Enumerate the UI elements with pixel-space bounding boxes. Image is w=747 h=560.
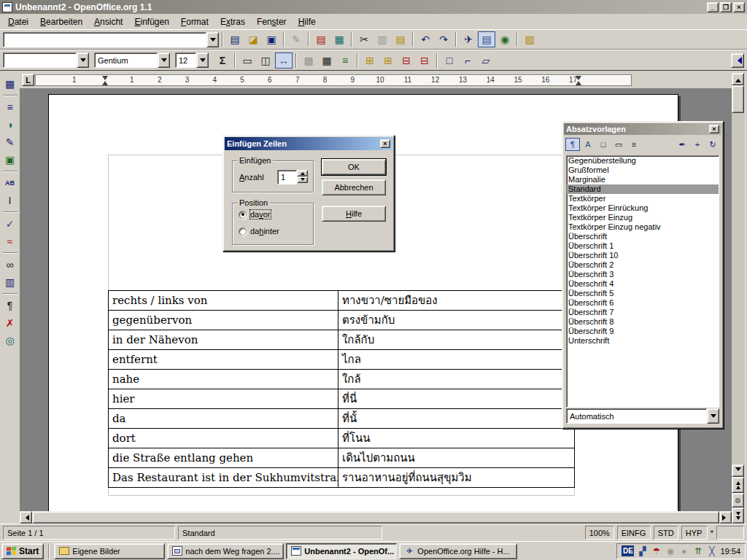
stylist-close-button[interactable]: × [709,125,719,133]
scanner-icon[interactable]: ╳ [706,545,717,556]
table-cell-german[interactable]: entfernt [109,350,338,370]
radio-davor-label[interactable]: davor [250,210,271,219]
undo-icon[interactable]: ↶ [417,31,434,47]
status-hyperlink-mode[interactable]: HYP [681,526,708,540]
cut-icon[interactable]: ✂ [355,31,373,47]
hyperlink-icon[interactable]: ◉ [496,31,514,47]
merge-cells-icon[interactable]: ▭ [239,52,256,69]
navigation-button[interactable] [732,493,744,508]
style-list-item[interactable]: Unterschrift [567,336,719,346]
horizontal-scroll-thumb[interactable] [32,511,719,524]
insert-row-icon[interactable]: ⊞ [361,52,379,69]
table-cell-thai[interactable]: ทางขวา/ซายมือของ [338,291,575,311]
style-list-item[interactable]: Gegenüberstellung [567,156,719,166]
menu-item[interactable]: Bearbeiten [34,15,88,29]
vertical-scroll-track[interactable] [732,113,744,464]
menu-item[interactable]: Hilfe [293,15,322,29]
menu-item[interactable]: Datei [2,15,34,29]
radio-davor-circle[interactable] [239,211,247,219]
style-list-item[interactable]: Textkörper Einzug [567,213,719,222]
data-sources-icon[interactable]: ▥ [1,274,19,290]
paragraph-styles-icon[interactable]: ¶ [565,138,580,151]
style-list-item[interactable]: Überschrift 8 [567,317,719,327]
copy-icon[interactable]: ▥ [374,31,391,47]
table-cell-german[interactable]: Das Restaurant ist in der Sukhumvitstraß… [109,468,338,488]
page-styles-icon[interactable]: ▭ [611,138,626,151]
status-insert-mode[interactable]: EINFG [617,526,651,540]
borders-icon[interactable]: ▦ [318,52,336,69]
menu-item[interactable]: Extras [214,15,251,29]
table-cell-thai[interactable]: ใกล้กับ [338,330,575,350]
style-list-item[interactable]: Überschrift 9 [567,327,719,336]
url-combobox[interactable] [3,32,219,47]
scroll-up-button[interactable] [732,73,744,85]
style-filter-dropdown-button[interactable] [707,408,719,424]
table-cell-thai[interactable]: ที่นี่ [338,389,575,409]
font-name-combobox[interactable]: Gentium [94,52,170,68]
vertical-scrollbar[interactable] [732,73,744,524]
minimize-button[interactable]: _ [707,2,719,12]
quickstarter-icon[interactable]: ▞ [637,545,648,556]
cancel-button[interactable]: Abbrechen [322,179,386,195]
vertical-scroll-thumb[interactable] [732,85,744,113]
font-dropdown-button[interactable] [158,52,170,68]
sum-icon[interactable]: Σ [214,52,231,69]
mouse-icon[interactable]: ● [678,545,689,556]
style-list-item[interactable]: Überschrift 7 [567,308,719,317]
save-icon[interactable]: ▣ [263,31,280,47]
nonprinting-characters-icon[interactable]: ¶ [1,298,19,314]
task-weg-fragen[interactable]: nach dem Weg fragen 2.... [167,543,284,559]
style-list-item[interactable]: Überschrift [567,232,719,241]
table-cell-german[interactable]: nahe [109,370,338,389]
style-list-item[interactable]: Textkörper [567,194,719,203]
table-cell-thai[interactable]: ตรงข้ามกับ [338,311,575,330]
status-selection-mode[interactable]: STD [654,526,678,540]
keyboard-layout-indicator[interactable]: DE [622,545,634,556]
split-cells-icon[interactable]: ◫ [257,52,274,69]
style-list-item[interactable]: Überschrift 4 [567,279,719,289]
paste-icon[interactable]: ▤ [392,31,409,47]
left-margin-marker[interactable] [102,76,109,85]
menu-item[interactable]: Fenster [251,15,293,29]
print-icon[interactable]: ▦ [330,31,348,47]
style-list-item[interactable]: Textkörper Einrückung [567,203,719,213]
table-cell-german[interactable]: in der Nähevon [109,330,338,350]
gallery-icon[interactable]: ▨ [521,31,538,47]
delete-row-icon[interactable]: ⊟ [398,52,415,69]
status-zoom[interactable]: 100% [585,526,614,540]
scroll-left-button[interactable] [20,511,32,524]
style-list-item[interactable]: Überschrift 5 [567,289,719,298]
insert-table-icon[interactable]: ▦ [1,76,19,92]
optimize-icon[interactable]: ↔ [275,52,293,69]
direct-cursor-icon[interactable]: I [1,192,19,209]
table-cell-german[interactable]: da [109,409,338,429]
stylist-icon[interactable]: ▤ [478,31,495,47]
next-page-button[interactable] [732,508,744,524]
font-size-combobox[interactable]: 12 [175,52,209,68]
style-list-item[interactable]: Marginalie [567,175,719,184]
radio-dahinter[interactable]: dahinter [239,227,279,236]
radio-dahinter-circle[interactable] [239,228,247,236]
update-style-icon[interactable]: ↻ [705,138,720,151]
volume-icon[interactable]: ◉ [665,545,676,556]
style-dropdown-button[interactable] [77,52,89,68]
autotext-icon[interactable]: AB [1,175,19,191]
insert-fields-icon[interactable]: ≡ [1,99,19,115]
task-openoffice-hilfe[interactable]: ✈ OpenOffice.org Hilfe - H... [399,543,517,559]
table-cell-german[interactable]: gegenübervon [109,311,338,330]
style-list-item[interactable]: Standard [567,184,719,194]
table-cell-thai[interactable]: ใกล้ [338,370,575,389]
anzahl-spinner[interactable]: 1 [277,170,308,184]
dialog-titlebar[interactable]: Einfügen Zeilen × [225,137,392,150]
maximize-button[interactable]: ❐ [720,2,732,12]
stylist-titlebar[interactable]: Absatzvorlagen × [564,123,721,135]
character-styles-icon[interactable]: A [581,138,595,151]
insert-column-icon[interactable]: ⊞ [379,52,397,69]
style-list-item[interactable]: Textkörper Einzug negativ [567,222,719,232]
tab-stop-selector[interactable]: L [22,74,34,86]
url-dropdown-button[interactable] [206,32,219,47]
menu-item[interactable]: Format [175,15,214,29]
table-cell-german[interactable]: dort [109,429,338,448]
task-eigene-bilder[interactable]: Eigene Bilder [54,543,165,559]
table-cell-thai[interactable]: เดินไปตามถนน [338,448,575,468]
